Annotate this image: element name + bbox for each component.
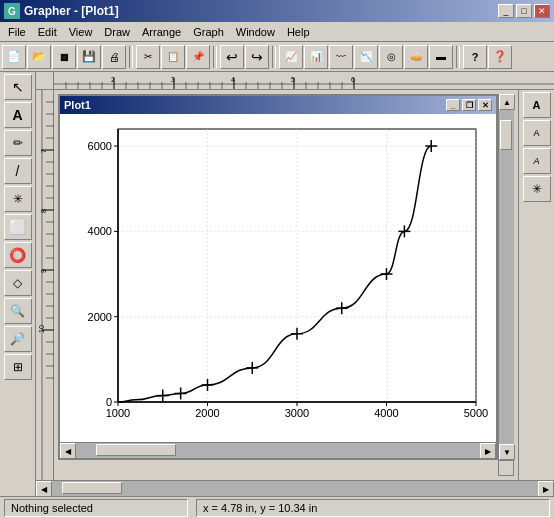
tb-linegraph[interactable]: 📈	[279, 45, 303, 69]
tb-cut[interactable]: ✂	[136, 45, 160, 69]
v-scrollbar: ▲ ▼	[498, 94, 514, 460]
lt-text[interactable]: A	[4, 102, 32, 128]
tb-help[interactable]: ?	[463, 45, 487, 69]
menu-draw[interactable]: Draw	[98, 24, 136, 40]
menu-graph[interactable]: Graph	[187, 24, 230, 40]
vertical-ruler: 7 8 9 10	[36, 90, 54, 480]
status-left: Nothing selected	[4, 499, 188, 517]
svg-text:10: 10	[38, 325, 45, 333]
svg-text:1000: 1000	[106, 407, 130, 419]
svg-text:6: 6	[351, 76, 355, 83]
horizontal-ruler: 2 3 4 5 6	[54, 72, 554, 90]
svg-text:4000: 4000	[374, 407, 398, 419]
tb-paste[interactable]: 📌	[186, 45, 210, 69]
lt-crosshair[interactable]: ✳	[4, 186, 32, 212]
lt-diamond[interactable]: ◇	[4, 270, 32, 296]
lt-draw[interactable]: ✏	[4, 130, 32, 156]
menu-window[interactable]: Window	[230, 24, 281, 40]
scroll-left-btn[interactable]: ◀	[60, 443, 76, 458]
menu-bar: File Edit View Draw Arrange Graph Window…	[0, 22, 554, 42]
lt-line[interactable]: /	[4, 158, 32, 184]
svg-text:3000: 3000	[285, 407, 309, 419]
main-h-track[interactable]	[52, 481, 538, 496]
scroll-right-btn[interactable]: ▶	[480, 443, 496, 458]
menu-view[interactable]: View	[63, 24, 99, 40]
tb-print[interactable]: 🖨	[102, 45, 126, 69]
svg-text:4000: 4000	[88, 225, 112, 237]
svg-text:4: 4	[231, 76, 235, 83]
tb-new[interactable]: 📄	[2, 45, 26, 69]
app-icon: G	[4, 3, 20, 19]
svg-text:2000: 2000	[88, 311, 112, 323]
left-toolbar: ↖ A ✏ / ✳ ⬜ ⭕ ◇ 🔍 🔎 ⊞	[0, 72, 36, 496]
lt-select[interactable]: ↖	[4, 74, 32, 100]
menu-edit[interactable]: Edit	[32, 24, 63, 40]
tb-redo[interactable]: ↪	[245, 45, 269, 69]
rt-text1[interactable]: A	[523, 92, 551, 118]
scroll-corner	[498, 460, 514, 476]
rt-symbol[interactable]: ✳	[523, 176, 551, 202]
tb-sep1	[129, 46, 133, 68]
tb-sep4	[456, 46, 460, 68]
rt-text3[interactable]: A	[523, 148, 551, 174]
tb-polargraph[interactable]: ◎	[379, 45, 403, 69]
h-scrollbar: ◀ ▶	[60, 442, 496, 458]
svg-text:2: 2	[111, 76, 115, 83]
tb-histogram[interactable]: ▬	[429, 45, 453, 69]
main-h-scrollbar: ◀ ▶	[36, 480, 554, 496]
lt-grid[interactable]: ⊞	[4, 354, 32, 380]
lt-rect[interactable]: ⬜	[4, 214, 32, 240]
inner-close-btn[interactable]: ✕	[478, 99, 492, 111]
inner-window-title: Plot1	[64, 99, 91, 111]
v-scroll-track[interactable]	[499, 110, 514, 444]
tb-worksheet[interactable]: ▦	[52, 45, 76, 69]
maximize-button[interactable]: □	[516, 4, 532, 18]
scroll-down-btn[interactable]: ▼	[499, 444, 515, 460]
svg-text:3: 3	[171, 76, 175, 83]
tb-bargraph[interactable]: 📊	[304, 45, 328, 69]
main-scroll-left[interactable]: ◀	[36, 481, 52, 496]
menu-help[interactable]: Help	[281, 24, 316, 40]
tb-helpptr[interactable]: ❓	[488, 45, 512, 69]
close-button[interactable]: ✕	[534, 4, 550, 18]
svg-text:8: 8	[40, 209, 47, 213]
plot-window: Plot1 _ ❐ ✕ 0200040006000100020003000400…	[58, 94, 498, 460]
main-scroll-right[interactable]: ▶	[538, 481, 554, 496]
lt-zoomout[interactable]: 🔎	[4, 326, 32, 352]
main-h-thumb[interactable]	[62, 482, 122, 494]
minimize-button[interactable]: _	[498, 4, 514, 18]
rt-text2[interactable]: A	[523, 120, 551, 146]
inner-restore-btn[interactable]: ❐	[462, 99, 476, 111]
status-right: x = 4.78 in, y = 10.34 in	[196, 499, 550, 517]
tb-save[interactable]: 💾	[77, 45, 101, 69]
v-scroll-thumb[interactable]	[500, 120, 512, 150]
tb-undo[interactable]: ↩	[220, 45, 244, 69]
menu-file[interactable]: File	[2, 24, 32, 40]
tb-3dgraph[interactable]: 📉	[354, 45, 378, 69]
main-area: ↖ A ✏ / ✳ ⬜ ⭕ ◇ 🔍 🔎 ⊞ 2 3	[0, 72, 554, 496]
tb-open[interactable]: 📂	[27, 45, 51, 69]
tb-sep2	[213, 46, 217, 68]
tb-copy[interactable]: 📋	[161, 45, 185, 69]
ruler-corner	[36, 72, 54, 90]
title-bar: G Grapher - [Plot1] _ □ ✕	[0, 0, 554, 22]
app-title: Grapher - [Plot1]	[24, 4, 119, 18]
status-bar: Nothing selected x = 4.78 in, y = 10.34 …	[0, 496, 554, 518]
menu-arrange[interactable]: Arrange	[136, 24, 187, 40]
canvas-row: 7 8 9 10	[36, 90, 554, 480]
lt-ellipse[interactable]: ⭕	[4, 242, 32, 268]
tb-scattergraph[interactable]: 〰	[329, 45, 353, 69]
graph-area[interactable]: 020004000600010002000300040005000	[60, 114, 496, 442]
inner-title-bar: Plot1 _ ❐ ✕	[60, 96, 496, 114]
lt-zoom[interactable]: 🔍	[4, 298, 32, 324]
svg-text:5: 5	[291, 76, 295, 83]
plot-content: 020004000600010002000300040005000 ◀ ▶	[60, 114, 496, 458]
tb-piegraph[interactable]: 🥧	[404, 45, 428, 69]
svg-text:7: 7	[40, 149, 47, 153]
h-scroll-track[interactable]	[76, 443, 480, 458]
h-scroll-thumb[interactable]	[96, 444, 176, 456]
scroll-up-btn[interactable]: ▲	[499, 94, 515, 110]
right-toolbar: A A A ✳	[518, 90, 554, 480]
tb-sep3	[272, 46, 276, 68]
inner-minimize-btn[interactable]: _	[446, 99, 460, 111]
